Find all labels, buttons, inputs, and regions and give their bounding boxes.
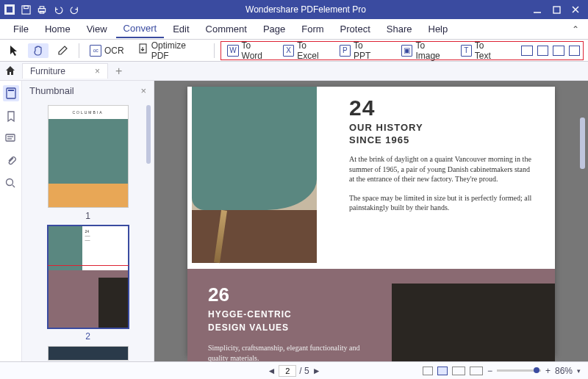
section1-para-1: At the brink of daylight on a quaint Van… — [349, 154, 534, 184]
document-tab[interactable]: Furniture × — [22, 63, 108, 79]
next-page-icon[interactable]: ► — [312, 366, 321, 376]
section2-heading-1: HYGGE-CENTRIC — [208, 309, 377, 320]
menu-view[interactable]: View — [79, 21, 115, 37]
lamp-image — [392, 284, 555, 361]
convert-toolbar: ocOCR Optimize PDF WTo Word XTo Excel PT… — [0, 40, 588, 62]
section1-para-2: The space may be limited in size but it … — [349, 193, 534, 213]
to-word-button[interactable]: WTo Word — [224, 39, 276, 62]
hand-tool[interactable] — [28, 43, 49, 58]
prev-page-icon[interactable]: ◄ — [267, 366, 276, 376]
zoom-in-icon[interactable]: + — [545, 366, 551, 376]
to-other-button[interactable] — [569, 46, 580, 56]
menu-page[interactable]: Page — [256, 21, 293, 37]
section1-heading-2: SINCE 1965 — [349, 134, 534, 145]
undo-icon[interactable] — [53, 4, 63, 15]
minimize-icon[interactable] — [532, 4, 542, 15]
page-total: / 5 — [299, 366, 309, 376]
search-panel-icon[interactable] — [4, 176, 18, 190]
menu-file[interactable]: File — [6, 21, 36, 37]
thumbnail-page-2[interactable]: 24──── 2 — [48, 225, 129, 342]
ocr-label: OCR — [104, 46, 124, 56]
thumb1-number: 1 — [48, 211, 129, 221]
select-tool[interactable] — [4, 43, 24, 58]
save-icon[interactable] — [21, 4, 31, 15]
excel-icon: X — [283, 45, 294, 57]
svg-rect-13 — [8, 90, 14, 91]
document-viewport[interactable]: 24 OUR HISTORY SINCE 1965 At the brink o… — [154, 81, 588, 361]
menu-edit[interactable]: Edit — [165, 21, 196, 37]
optimize-pdf-button[interactable]: Optimize PDF — [133, 39, 209, 62]
to-epub-button[interactable] — [521, 46, 532, 56]
zoom-dropdown-icon[interactable]: ▾ — [577, 367, 581, 375]
thumbnail-scrollbar[interactable] — [146, 105, 151, 164]
thumbnail-page-3[interactable] — [48, 346, 129, 361]
left-rail — [0, 81, 22, 361]
print-icon[interactable] — [37, 4, 47, 15]
to-excel-button[interactable]: XTo Excel — [280, 39, 332, 62]
page-content: 24 OUR HISTORY SINCE 1965 At the brink o… — [187, 87, 555, 355]
to-image-button[interactable]: ▣To Image — [398, 39, 453, 62]
thumb2-number: 2 — [48, 331, 129, 342]
section2-number: 26 — [208, 284, 377, 306]
view-single-icon[interactable] — [423, 367, 433, 375]
ocr-button[interactable]: ocOCR — [85, 43, 129, 58]
edit-tool[interactable] — [53, 43, 73, 57]
ribbon-collapse-icon[interactable]: ⌃ — [572, 24, 579, 35]
home-tab-icon[interactable] — [4, 65, 18, 78]
svg-rect-5 — [40, 6, 44, 8]
section1-number: 24 — [349, 95, 534, 120]
view-facing-icon[interactable] — [452, 367, 465, 375]
status-bar: ◄ / 5 ► − + 86% ▾ — [0, 361, 588, 379]
to-ppt-button[interactable]: PTo PPT — [337, 39, 384, 62]
section2-heading-2: DESIGN VALUES — [208, 322, 377, 333]
close-icon[interactable] — [570, 4, 581, 15]
svg-rect-14 — [6, 134, 15, 141]
attachment-panel-icon[interactable] — [4, 154, 18, 167]
menu-home[interactable]: Home — [37, 21, 78, 37]
thumbnail-panel-icon[interactable] — [3, 85, 19, 101]
menu-protect[interactable]: Protect — [333, 21, 378, 37]
thumb1-brand: COLUMBIA — [49, 106, 128, 119]
ppt-icon: P — [340, 45, 351, 57]
thumbnail-page-1[interactable]: COLUMBIA 1 — [48, 105, 129, 221]
optimize-label: Optimize PDF — [151, 40, 204, 61]
redo-icon[interactable] — [69, 4, 79, 15]
zoom-slider[interactable] — [497, 369, 541, 372]
bookmark-panel-icon[interactable] — [4, 110, 18, 123]
thumbnail-panel-close-icon[interactable]: × — [140, 85, 146, 96]
section2-para-1: Simplicity, craftsmanship, elegant funct… — [208, 343, 377, 361]
couch-image — [192, 87, 317, 263]
app-logo-icon — [4, 4, 15, 15]
svg-line-18 — [12, 185, 15, 187]
maximize-icon[interactable] — [551, 4, 562, 15]
tab-label: Furniture — [30, 66, 65, 76]
menu-convert[interactable]: Convert — [116, 20, 165, 38]
menu-form[interactable]: Form — [294, 21, 331, 37]
svg-rect-3 — [24, 5, 28, 8]
window-title: Wondershare PDFelement Pro — [79, 4, 532, 15]
document-scrollbar[interactable] — [580, 118, 585, 169]
zoom-out-icon[interactable]: − — [487, 366, 492, 376]
menu-share[interactable]: Share — [379, 21, 420, 37]
to-rtf-button[interactable] — [553, 46, 564, 56]
view-facing-cont-icon[interactable] — [470, 367, 483, 375]
svg-rect-2 — [21, 5, 29, 13]
thumbnail-panel-title: Thumbnail — [29, 85, 74, 96]
to-html-button[interactable] — [537, 46, 548, 56]
svg-point-17 — [7, 178, 13, 185]
tab-close-icon[interactable]: × — [95, 66, 100, 76]
view-continuous-icon[interactable] — [437, 367, 448, 375]
ocr-icon: oc — [90, 45, 101, 57]
page-number-input[interactable] — [279, 365, 296, 377]
svg-rect-8 — [553, 7, 560, 13]
menu-help[interactable]: Help — [421, 21, 456, 37]
comment-panel-icon[interactable] — [4, 132, 18, 145]
section1-heading-1: OUR HISTORY — [349, 122, 534, 133]
word-icon: W — [227, 45, 238, 57]
document-tabstrip: Furniture × + — [0, 62, 588, 81]
menu-comment[interactable]: Comment — [198, 21, 254, 37]
zoom-value: 86% — [555, 366, 573, 376]
convert-actions-group: WTo Word XTo Excel PTo PPT ▣To Image TTo… — [220, 41, 584, 60]
new-tab-button[interactable]: + — [112, 65, 125, 78]
to-text-button[interactable]: TTo Text — [458, 39, 504, 62]
